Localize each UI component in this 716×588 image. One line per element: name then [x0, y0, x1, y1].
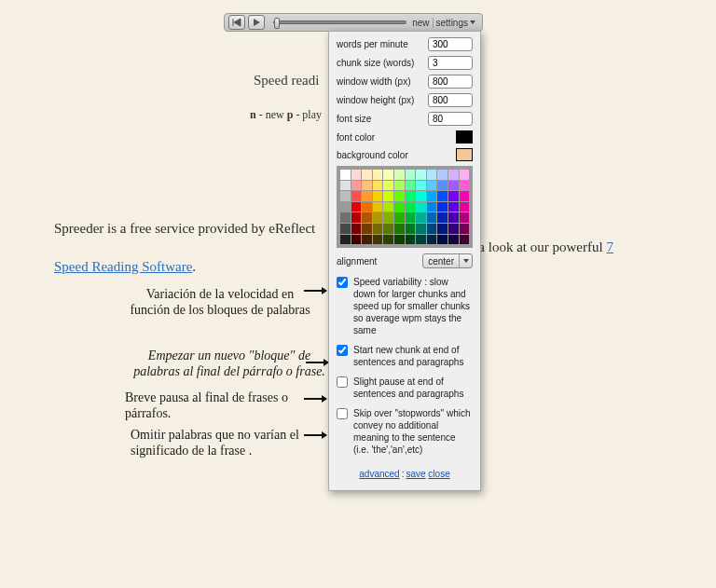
palette-cell[interactable] [448, 224, 459, 234]
palette-cell[interactable] [383, 235, 393, 245]
palette-cell[interactable] [394, 212, 405, 223]
new-button[interactable]: new [412, 18, 429, 28]
palette-cell[interactable] [437, 224, 448, 234]
wpm-input[interactable] [428, 37, 473, 51]
palette-cell[interactable] [383, 170, 393, 180]
palette-cell[interactable] [340, 235, 351, 245]
palette-cell[interactable] [427, 235, 437, 245]
palette-cell[interactable] [383, 191, 393, 201]
palette-cell[interactable] [351, 170, 362, 180]
palette-cell[interactable] [340, 191, 351, 201]
window-height-input[interactable] [428, 93, 473, 107]
palette-cell[interactable] [351, 212, 362, 223]
slight-pause-checkbox[interactable] [337, 376, 348, 388]
palette-cell[interactable] [448, 191, 459, 201]
palette-cell[interactable] [448, 181, 459, 191]
palette-cell[interactable] [416, 170, 426, 180]
font-size-input[interactable] [428, 112, 473, 126]
play-button[interactable] [248, 15, 265, 30]
palette-cell[interactable] [362, 202, 372, 212]
save-link[interactable]: save [406, 469, 425, 479]
alignment-select[interactable]: center [422, 253, 473, 268]
palette-cell[interactable] [406, 212, 416, 223]
palette-cell[interactable] [406, 235, 416, 245]
chunk-input[interactable] [428, 56, 473, 70]
palette-cell[interactable] [437, 202, 448, 212]
palette-cell[interactable] [448, 212, 459, 223]
palette-cell[interactable] [340, 181, 351, 191]
palette-cell[interactable] [373, 202, 383, 212]
palette-cell[interactable] [362, 235, 372, 245]
palette-cell[interactable] [460, 212, 470, 223]
palette-cell[interactable] [394, 224, 405, 234]
speed-variability-checkbox[interactable] [337, 277, 348, 288]
settings-dropdown[interactable]: settings [433, 18, 478, 28]
palette-cell[interactable] [460, 235, 470, 245]
palette-cell[interactable] [373, 181, 383, 191]
advanced-link[interactable]: advanced [359, 469, 399, 479]
palette-cell[interactable] [427, 191, 437, 201]
palette-cell[interactable] [416, 181, 426, 191]
palette-cell[interactable] [437, 181, 448, 191]
palette-cell[interactable] [351, 181, 362, 191]
palette-cell[interactable] [416, 224, 426, 234]
palette-cell[interactable] [448, 170, 459, 180]
skip-back-button[interactable] [228, 15, 245, 30]
palette-cell[interactable] [394, 181, 405, 191]
palette-cell[interactable] [373, 191, 383, 201]
palette-cell[interactable] [373, 224, 383, 234]
new-chunk-checkbox[interactable] [337, 345, 348, 356]
palette-cell[interactable] [416, 202, 426, 212]
palette-cell[interactable] [460, 224, 470, 234]
window-width-input[interactable] [428, 75, 473, 89]
palette-cell[interactable] [394, 191, 405, 201]
palette-cell[interactable] [351, 235, 362, 245]
palette-cell[interactable] [416, 235, 426, 245]
palette-cell[interactable] [437, 235, 448, 245]
color-palette[interactable] [337, 166, 473, 248]
palette-cell[interactable] [383, 224, 393, 234]
palette-cell[interactable] [460, 170, 470, 180]
palette-cell[interactable] [340, 224, 351, 234]
palette-cell[interactable] [340, 170, 351, 180]
palette-cell[interactable] [437, 191, 448, 201]
font-color-swatch[interactable] [456, 130, 473, 144]
palette-cell[interactable] [427, 170, 437, 180]
palette-cell[interactable] [362, 181, 372, 191]
palette-cell[interactable] [351, 202, 362, 212]
palette-cell[interactable] [362, 224, 372, 234]
palette-cell[interactable] [406, 181, 416, 191]
palette-cell[interactable] [406, 202, 416, 212]
palette-cell[interactable] [373, 170, 383, 180]
palette-cell[interactable] [448, 202, 459, 212]
palette-cell[interactable] [351, 191, 362, 201]
palette-cell[interactable] [406, 170, 416, 180]
palette-cell[interactable] [406, 224, 416, 234]
palette-cell[interactable] [340, 202, 351, 212]
progress-slider[interactable] [273, 21, 406, 24]
palette-cell[interactable] [383, 181, 393, 191]
skip-stopwords-checkbox[interactable] [337, 408, 348, 419]
palette-cell[interactable] [362, 191, 372, 201]
palette-cell[interactable] [448, 235, 459, 245]
palette-cell[interactable] [394, 202, 405, 212]
palette-cell[interactable] [383, 212, 393, 223]
close-link[interactable]: close [428, 469, 449, 479]
palette-cell[interactable] [394, 170, 405, 180]
palette-cell[interactable] [373, 235, 383, 245]
palette-cell[interactable] [427, 224, 437, 234]
palette-cell[interactable] [362, 212, 372, 223]
palette-cell[interactable] [427, 181, 437, 191]
bg-color-swatch[interactable] [456, 148, 473, 161]
palette-cell[interactable] [427, 202, 437, 212]
palette-cell[interactable] [362, 170, 372, 180]
palette-cell[interactable] [416, 212, 426, 223]
palette-cell[interactable] [373, 212, 383, 223]
palette-cell[interactable] [383, 202, 393, 212]
palette-cell[interactable] [460, 202, 470, 212]
palette-cell[interactable] [460, 181, 470, 191]
palette-cell[interactable] [416, 191, 426, 201]
palette-cell[interactable] [460, 191, 470, 201]
progress-thumb[interactable] [274, 18, 280, 29]
palette-cell[interactable] [406, 191, 416, 201]
